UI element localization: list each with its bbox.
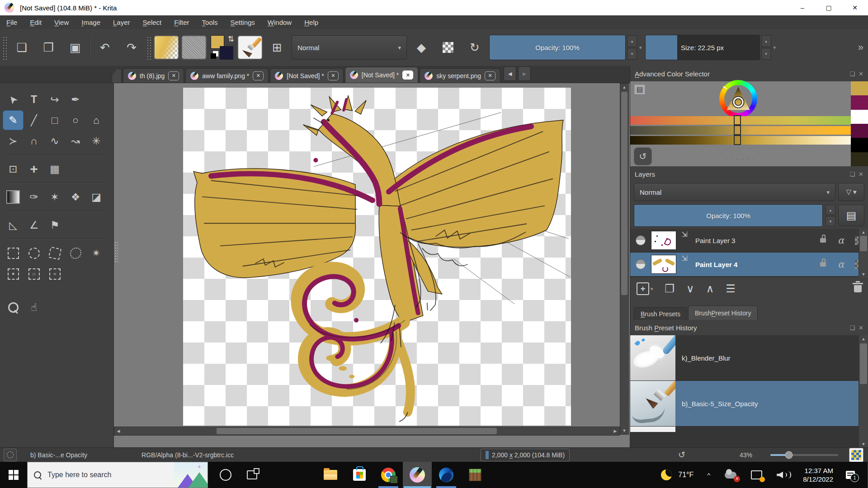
save-button[interactable]: ▣ — [63, 34, 87, 61]
docker-resize-handle[interactable]: · · · · · · — [630, 155, 851, 162]
tray-expand-chevron[interactable]: ^ — [707, 472, 710, 478]
tool-move[interactable]: + — [24, 159, 44, 179]
canvas-pattern-button[interactable] — [849, 448, 863, 462]
layer-row[interactable]: ⇲Paint Layer 3α — [630, 229, 868, 253]
saturation-strip[interactable] — [630, 126, 851, 135]
layer-opacity-spinner[interactable]: ▴▾ — [826, 205, 835, 226]
close-button[interactable]: ✕ — [842, 0, 868, 15]
hue-strip[interactable] — [630, 116, 851, 125]
maximize-button[interactable]: ▢ — [816, 0, 842, 15]
tool-gradient[interactable] — [3, 187, 24, 207]
opacity-slider-spinner[interactable]: ▴▾ — [627, 35, 637, 60]
gradient-chooser[interactable] — [154, 35, 179, 60]
tab-close-icon[interactable]: ✕ — [402, 70, 413, 80]
menu-help[interactable]: Help — [298, 19, 325, 26]
start-button[interactable] — [0, 462, 27, 488]
move-layer-up-button[interactable]: ∧ — [706, 282, 714, 295]
tool-pattern-edit[interactable]: ❖ — [65, 187, 86, 207]
cortana-button[interactable] — [220, 469, 231, 481]
search-input[interactable] — [47, 470, 169, 479]
taskbar-app-microsoft-store[interactable] — [345, 462, 374, 488]
scroll-up-icon[interactable]: ▲ — [620, 84, 628, 91]
tab-close-icon[interactable]: ✕ — [485, 71, 495, 80]
taskbar-app-chrome[interactable] — [374, 462, 403, 488]
tool-assistants[interactable]: ∠ — [24, 215, 44, 235]
taskbar-app-minecraft[interactable] — [461, 462, 490, 488]
close-docker-icon[interactable]: ✕ — [859, 70, 863, 77]
horizontal-scroll-thumb[interactable] — [217, 428, 497, 434]
eraser-mode-button[interactable]: ◆ — [409, 34, 434, 61]
document-tab[interactable]: th (8).jpg✕ — [123, 68, 184, 83]
menu-file[interactable]: File — [0, 19, 24, 26]
tool-polygon[interactable]: ⌂ — [86, 110, 107, 130]
tool-freehand-brush[interactable]: ✎ — [3, 110, 24, 130]
document-tab[interactable]: [Not Saved] *✕ — [345, 67, 419, 83]
menu-view[interactable]: View — [48, 19, 75, 26]
task-view-button[interactable] — [247, 470, 257, 479]
docker-tab-brush-presets[interactable]: Brush Presets — [634, 307, 687, 320]
notification-center-icon[interactable]: 1 — [846, 471, 855, 479]
menu-tools[interactable]: Tools — [196, 19, 224, 26]
toolbox-drag-handle[interactable] — [114, 241, 118, 263]
color-history-swatch[interactable] — [851, 124, 868, 138]
tool-ellipse[interactable]: ○ — [65, 110, 86, 130]
layer-blending-mode-select[interactable]: Normal ▾ — [634, 183, 835, 201]
hue-ring[interactable] — [719, 80, 757, 118]
tool-magnetic-select[interactable]: ≈ — [44, 264, 65, 284]
menu-filter[interactable]: Filter — [168, 19, 195, 26]
canvas[interactable] — [183, 88, 571, 426]
zoom-knob[interactable] — [785, 451, 793, 459]
layer-lock-toggle[interactable] — [814, 262, 832, 267]
tool-color-picker[interactable]: ✑ — [24, 187, 44, 207]
tool-multibrush[interactable]: ✳ — [86, 131, 107, 151]
tool-calligraphy[interactable]: ✒ — [65, 89, 86, 109]
toolbar-drag-handle[interactable] — [2, 35, 7, 60]
reload-preset-button[interactable]: ↻ — [462, 34, 487, 61]
float-docker-icon[interactable]: ❏ — [849, 70, 855, 77]
tool-zoom[interactable] — [3, 297, 24, 317]
slider-options-icon[interactable]: ▾ — [774, 45, 776, 51]
tool-smart-patch[interactable]: ✶ — [44, 187, 65, 207]
size-slider[interactable]: Size: 22.25 px — [645, 35, 760, 60]
scroll-right-icon[interactable]: ▶ — [611, 427, 619, 435]
taskbar-app-file-explorer[interactable] — [316, 462, 345, 488]
open-image-button[interactable]: ❐ — [36, 34, 61, 61]
tool-transform[interactable]: ⊡ — [3, 159, 24, 179]
tool-magic-wand-select[interactable]: ✴ — [86, 243, 107, 263]
document-tab[interactable]: aww family.png *✕ — [185, 68, 269, 83]
tool-bezier-curve[interactable]: ∩ — [24, 131, 44, 151]
tool-crop[interactable]: ▦ — [44, 159, 65, 179]
spin-up-icon[interactable]: ▴ — [627, 35, 637, 47]
pattern-chooser[interactable] — [181, 35, 207, 60]
tab-close-icon[interactable]: ✕ — [168, 71, 179, 80]
zoom-slider[interactable] — [770, 454, 838, 456]
tool-dynamic-brush[interactable]: ↝ — [65, 131, 86, 151]
close-docker-icon[interactable]: ✕ — [859, 324, 863, 331]
redo-button[interactable]: ↷ — [119, 34, 144, 61]
menu-image[interactable]: Image — [75, 19, 107, 26]
layer-filter-button[interactable]: ▽ ▾ — [838, 183, 864, 201]
tool-edit-shapes[interactable]: ↪ — [44, 89, 65, 109]
tool-line[interactable]: ╱ — [24, 110, 44, 130]
layer-alpha-lock-toggle[interactable]: α — [832, 259, 850, 270]
duplicate-layer-button[interactable]: ❐ — [665, 282, 675, 295]
layer-row[interactable]: ⇲Paint Layer 4α — [630, 253, 868, 277]
canvas-horizontal-scrollbar[interactable]: ◀ ▶ — [114, 427, 620, 436]
menu-window[interactable]: Window — [261, 19, 298, 26]
saturation-strip-handle[interactable] — [734, 125, 741, 135]
menu-select[interactable]: Select — [137, 19, 168, 26]
onedrive-error-icon[interactable] — [725, 472, 736, 479]
layer-visibility-toggle[interactable] — [630, 235, 651, 245]
tool-fill[interactable]: ◪ — [86, 187, 107, 207]
layer-style-icon[interactable]: ⇲ — [676, 253, 693, 276]
tool-rectangle[interactable]: □ — [44, 110, 65, 130]
layer-style-icon[interactable]: ⇲ — [676, 229, 693, 252]
temperature[interactable]: 71°F — [678, 471, 693, 479]
weather-widget[interactable] — [174, 462, 208, 488]
blending-mode-select[interactable]: Normal▾ — [292, 35, 407, 60]
close-docker-icon[interactable]: ✕ — [859, 171, 863, 178]
taskbar-search[interactable] — [27, 462, 208, 488]
opacity-slider[interactable]: Opacity: 100% — [489, 35, 626, 60]
default-colors-icon[interactable] — [211, 53, 216, 59]
taskbar-app-edge[interactable] — [432, 462, 461, 488]
